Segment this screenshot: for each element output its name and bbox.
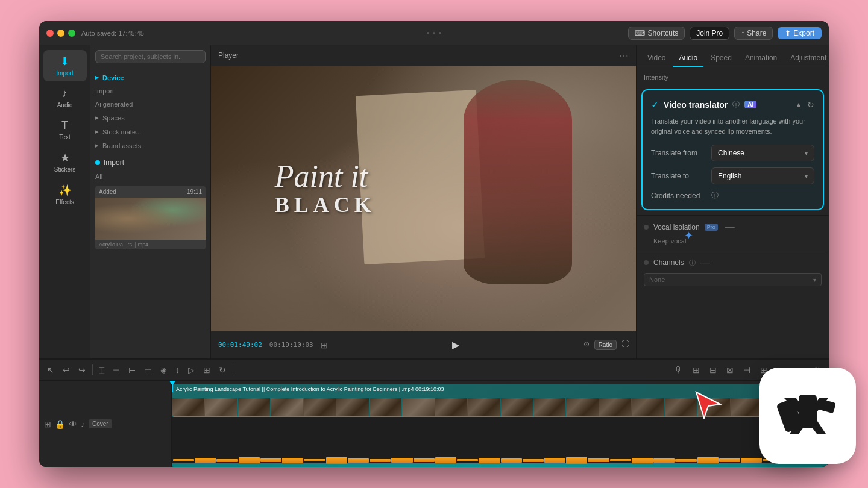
- redo-tool[interactable]: ↪: [75, 363, 89, 377]
- text-icon: T: [61, 119, 68, 132]
- mirror-tool[interactable]: ⊞: [200, 363, 213, 377]
- divider-2: [233, 364, 233, 375]
- wave-bar: [282, 458, 303, 463]
- tab-speed[interactable]: Speed: [705, 50, 738, 67]
- spaces-arrow: ▸: [95, 114, 99, 122]
- wave-bar: [370, 459, 391, 462]
- screenshot-icon[interactable]: ⊙: [583, 340, 590, 350]
- brand-arrow: ▸: [95, 142, 99, 149]
- maximize-button[interactable]: [68, 30, 75, 37]
- refresh-icon[interactable]: ↻: [807, 100, 814, 110]
- added-label: Added: [99, 189, 116, 195]
- svg-marker-3: [696, 392, 720, 418]
- fullscreen-icon[interactable]: ⛶: [621, 340, 629, 350]
- share-button[interactable]: ↑ Share: [734, 27, 773, 40]
- channels-toggle[interactable]: [644, 260, 649, 265]
- channels-chevron-icon: ▾: [813, 277, 816, 283]
- thumbnail-image: [95, 198, 206, 240]
- align-tool[interactable]: ⊣: [740, 363, 753, 377]
- right-panel: Video Audio Speed Animation Adjustment »…: [636, 45, 829, 358]
- close-button[interactable]: [46, 30, 54, 37]
- trim-right-tool[interactable]: ⊢: [125, 363, 139, 377]
- lock-icon[interactable]: 🔒: [55, 419, 65, 429]
- split-tool[interactable]: ⌶: [96, 363, 107, 377]
- search-input[interactable]: [95, 50, 206, 63]
- frame-16: [665, 398, 697, 416]
- translate-from-row: Translate from Chinese ▾: [651, 145, 814, 161]
- wave-bar: [719, 458, 740, 462]
- autosave-label: Auto saved: 17:45:45: [81, 30, 144, 37]
- nav-item-import[interactable]: Import: [90, 84, 210, 98]
- wave-bar: [697, 457, 719, 463]
- clip-tool-3[interactable]: ⊠: [723, 363, 737, 377]
- undo-tool[interactable]: ↩: [60, 363, 73, 377]
- clip-tool-1[interactable]: ⊞: [690, 363, 703, 377]
- video-track[interactable]: Acrylic Painting Landscape Tutorial || C…: [172, 384, 829, 417]
- translate-from-select[interactable]: Chinese ▾: [711, 145, 814, 161]
- minimize-button[interactable]: [57, 30, 64, 37]
- trim-left-tool[interactable]: ⊣: [110, 363, 123, 377]
- expand-icon[interactable]: ▲: [795, 101, 802, 109]
- info-icon[interactable]: ⓘ: [732, 99, 740, 110]
- nav-item-spaces[interactable]: ▸ Spaces: [90, 111, 210, 125]
- tab-audio[interactable]: Audio: [673, 50, 703, 67]
- rotate-tool[interactable]: ↻: [216, 363, 229, 377]
- credits-info-icon[interactable]: ⓘ: [711, 190, 719, 201]
- tab-animation[interactable]: Animation: [739, 50, 783, 67]
- motion-tool[interactable]: ↕: [172, 363, 183, 377]
- wave-bar: [391, 458, 412, 463]
- sidebar-item-audio[interactable]: ♪ Audio: [43, 83, 87, 113]
- crop-tool[interactable]: ▭: [141, 363, 155, 377]
- nav-bullet: ▸: [95, 74, 99, 81]
- black-text: BLACK: [275, 193, 376, 217]
- select-tool[interactable]: ↖: [44, 363, 57, 377]
- left-sidebar: ⬇ Import ♪ Audio T Text ★ Stickers ✨ Eff…: [39, 45, 90, 358]
- wave-bar: [435, 457, 456, 463]
- title-bar-actions: ⌨ Shortcuts Join Pro ↑ Share ⬆ Export: [628, 27, 822, 40]
- freeze-tool[interactable]: ◈: [157, 363, 170, 377]
- player-options-icon[interactable]: ⋯: [619, 50, 629, 61]
- sidebar-item-text[interactable]: T Text: [43, 114, 87, 145]
- capcut-symbol-icon: [775, 383, 841, 449]
- shortcuts-button[interactable]: ⌨ Shortcuts: [628, 27, 685, 40]
- nav-item-ai[interactable]: Ai generated: [90, 98, 210, 111]
- wave-bar: [326, 457, 347, 464]
- wave-bar: [588, 458, 609, 462]
- media-item[interactable]: Added 19:11 Acrylic Pa...rs ||.mp4: [95, 186, 206, 249]
- clip-tool-2[interactable]: ⊟: [706, 363, 720, 377]
- sidebar-item-stickers[interactable]: ★ Stickers: [43, 146, 87, 178]
- eye-icon[interactable]: 👁: [69, 419, 77, 429]
- nav-item-brand[interactable]: ▸ Brand assets: [90, 139, 210, 152]
- join-pro-button[interactable]: Join Pro: [690, 27, 729, 40]
- tab-video[interactable]: Video: [641, 50, 671, 67]
- audio-mute-icon[interactable]: ♪: [81, 419, 85, 429]
- nav-item-device[interactable]: ▸ Device: [90, 70, 210, 84]
- sidebar-item-import[interactable]: ⬇ Import: [43, 50, 87, 81]
- sidebar-item-effects[interactable]: ✨ Effects: [43, 179, 87, 210]
- tab-adjustment[interactable]: Adjustment: [784, 50, 829, 67]
- frame-11: [501, 398, 533, 416]
- channels-info-icon[interactable]: ⓘ: [689, 258, 696, 267]
- import-button-area[interactable]: Import: [90, 155, 210, 170]
- translate-to-select[interactable]: English ▾: [711, 167, 814, 184]
- mic-icon[interactable]: 🎙: [671, 363, 686, 377]
- track-area: 00:00 05:00 10:00 15:00 20:00 Acrylic Pa…: [172, 381, 829, 467]
- cover-button[interactable]: Cover: [89, 419, 112, 428]
- track-icons: ⊞ 🔒 👁 ♪ Cover: [44, 419, 166, 429]
- frame-10: [468, 398, 500, 416]
- channels-select[interactable]: None ▾: [644, 273, 822, 286]
- frame-8: [402, 398, 434, 416]
- audio-tool[interactable]: ▷: [185, 363, 198, 377]
- player-title: Player: [218, 51, 239, 60]
- ratio-badge[interactable]: Ratio: [594, 340, 617, 350]
- export-button[interactable]: ⬆ Export: [778, 27, 822, 39]
- wave-bar: [216, 459, 237, 462]
- nav-item-stock[interactable]: ▸ Stock mate...: [90, 125, 210, 139]
- vocal-toggle[interactable]: [644, 225, 649, 230]
- play-button[interactable]: ▶: [452, 339, 459, 351]
- right-tabs: Video Audio Speed Animation Adjustment »: [637, 45, 829, 67]
- stock-arrow: ▸: [95, 128, 99, 136]
- layout-icon[interactable]: ⊞: [44, 419, 51, 429]
- intensity-label: Intensity: [637, 67, 829, 84]
- capcut-logo: [760, 368, 856, 464]
